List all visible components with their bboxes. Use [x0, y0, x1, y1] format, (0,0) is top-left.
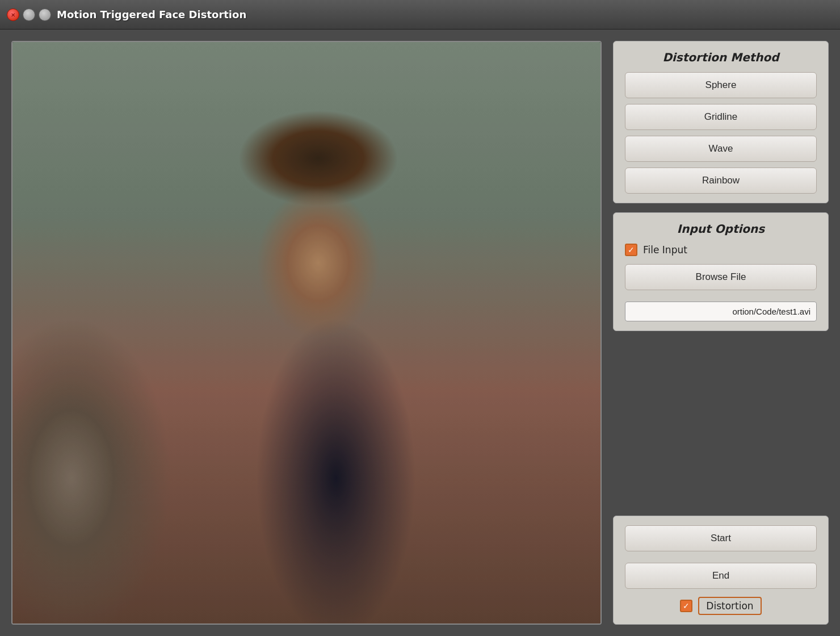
window-title: Motion Triggered Face Distortion	[57, 9, 246, 20]
distortion-method-title: Distortion Method	[625, 51, 817, 64]
minimize-button[interactable]	[23, 9, 35, 21]
wave-button[interactable]: Wave	[625, 136, 817, 162]
start-end-row: Start End	[625, 525, 817, 589]
input-options-section: Input Options File Input Browse File	[613, 212, 829, 331]
distortion-label: Distortion	[698, 597, 761, 615]
end-button[interactable]: End	[625, 563, 817, 589]
sphere-button[interactable]: Sphere	[625, 72, 817, 98]
right-panel: Distortion Method Sphere Gridline Wave R…	[613, 41, 829, 625]
file-input-row: File Input	[625, 244, 817, 256]
video-frame	[12, 42, 600, 624]
browse-file-button[interactable]: Browse File	[625, 264, 817, 290]
file-path-input[interactable]	[625, 302, 817, 321]
video-panel	[11, 41, 602, 625]
spacer	[613, 340, 829, 507]
close-button[interactable]	[7, 9, 19, 21]
start-button[interactable]: Start	[625, 525, 817, 551]
input-options-title: Input Options	[625, 222, 817, 236]
titlebar: Motion Triggered Face Distortion	[0, 0, 840, 30]
window-controls	[7, 9, 51, 21]
maximize-button[interactable]	[39, 9, 51, 21]
main-content: Distortion Method Sphere Gridline Wave R…	[0, 30, 840, 636]
distortion-row: Distortion	[625, 597, 817, 615]
file-input-checkbox[interactable]	[625, 244, 637, 256]
gridline-button[interactable]: Gridline	[625, 104, 817, 130]
bottom-section: Start End Distortion	[613, 516, 829, 625]
distortion-method-section: Distortion Method Sphere Gridline Wave R…	[613, 41, 829, 203]
file-input-label: File Input	[643, 244, 687, 256]
distortion-checkbox[interactable]	[680, 600, 692, 612]
rainbow-button[interactable]: Rainbow	[625, 168, 817, 194]
